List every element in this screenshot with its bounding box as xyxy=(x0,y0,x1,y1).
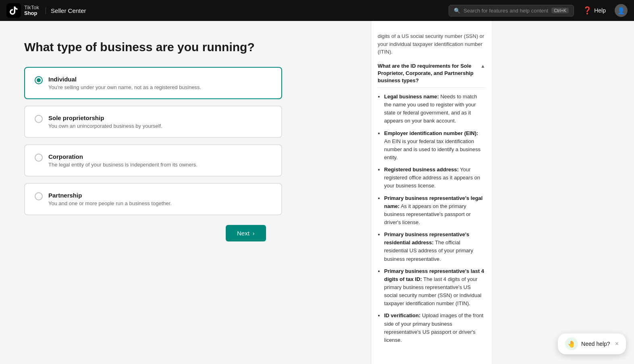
option-desc-sole_proprietorship: You own an unincorporated business by yo… xyxy=(48,123,162,129)
search-bar[interactable]: 🔍 Search for features and help content C… xyxy=(449,5,574,17)
user-avatar[interactable]: 👤 xyxy=(615,4,628,17)
option-card-individual[interactable]: IndividualYou're selling under your own … xyxy=(24,67,282,99)
panel-section-header[interactable]: What are the ID requirements for Sole Pr… xyxy=(378,62,485,88)
page-title: What type of business are you running? xyxy=(24,40,347,54)
main-content: What type of business are you running? I… xyxy=(0,21,371,364)
option-desc-individual: You're selling under your own name, not … xyxy=(48,84,201,90)
avatar-icon: 👤 xyxy=(617,7,625,15)
option-card-sole_proprietorship[interactable]: Sole proprietorshipYou own an unincorpor… xyxy=(24,106,282,138)
next-label: Next xyxy=(237,230,249,237)
business-type-options: IndividualYou're selling under your own … xyxy=(24,67,347,215)
panel-fade-top xyxy=(371,27,492,35)
radio-corporation xyxy=(35,154,43,162)
search-shortcut: Ctrl+K xyxy=(551,8,569,13)
radio-individual xyxy=(35,76,43,84)
next-arrow-icon: › xyxy=(253,230,255,237)
page-wrapper: What type of business are you running? I… xyxy=(0,21,634,364)
right-panel: digits of a US social security number (S… xyxy=(371,21,492,364)
need-help-bubble[interactable]: 🤚 Need help? × xyxy=(558,333,626,354)
topnav: TikTokShop Seller Center 🔍 Search for fe… xyxy=(0,0,634,21)
panel-section-title: What are the ID requirements for Sole Pr… xyxy=(378,62,477,85)
search-icon: 🔍 xyxy=(454,8,460,14)
need-help-close-button[interactable]: × xyxy=(615,340,619,347)
option-card-corporation[interactable]: CorporationThe legal entity of your busi… xyxy=(24,144,282,177)
option-label-individual: Individual xyxy=(48,76,201,83)
list-item: Registered business address: Your regist… xyxy=(384,166,485,190)
tiktok-icon xyxy=(6,3,21,18)
brand-name: Seller Center xyxy=(46,7,86,14)
option-desc-partnership: You and one or more people run a busines… xyxy=(48,200,172,206)
list-item: Legal business name: Needs to match the … xyxy=(384,93,485,125)
radio-sole_proprietorship xyxy=(35,115,43,123)
list-item: Employer identification number (EIN): An… xyxy=(384,129,485,162)
chevron-up-icon: ▲ xyxy=(480,63,485,69)
radio-partnership xyxy=(35,192,43,200)
option-card-partnership[interactable]: PartnershipYou and one or more people ru… xyxy=(24,183,282,215)
need-help-label: Need help? xyxy=(581,341,610,347)
list-item: Primary business representative's reside… xyxy=(384,231,485,263)
next-button[interactable]: Next › xyxy=(226,225,266,241)
option-label-sole_proprietorship: Sole proprietorship xyxy=(48,114,162,121)
svg-rect-0 xyxy=(6,3,21,18)
option-label-partnership: Partnership xyxy=(48,192,172,199)
list-item: ID verification: Upload images of the fr… xyxy=(384,312,485,344)
list-item: Primary business representative's legal … xyxy=(384,194,485,227)
need-help-icon: 🤚 xyxy=(565,337,578,350)
logo[interactable]: TikTokShop xyxy=(6,3,39,18)
requirements-list: Legal business name: Needs to match the … xyxy=(378,93,485,344)
help-label: Help xyxy=(594,7,606,14)
panel-section-id-requirements: What are the ID requirements for Sole Pr… xyxy=(378,62,485,345)
option-desc-corporation: The legal entity of your business is ind… xyxy=(48,162,197,168)
help-circle-icon: ❓ xyxy=(583,6,592,15)
help-button[interactable]: ❓ Help xyxy=(579,4,610,17)
option-label-corporation: Corporation xyxy=(48,153,197,160)
search-placeholder: Search for features and help content xyxy=(464,8,548,14)
list-item: Primary business representative's last 4… xyxy=(384,267,485,308)
